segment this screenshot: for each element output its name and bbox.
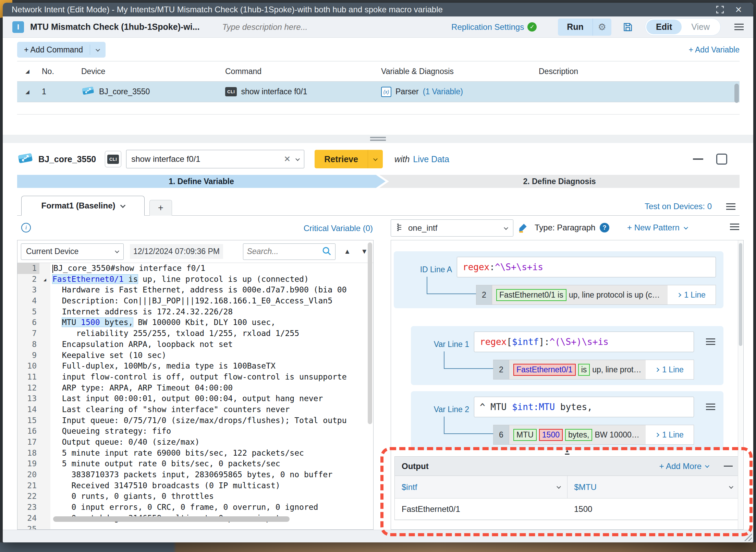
step-define-variable[interactable]: 1. Define Variable: [17, 175, 386, 188]
save-icon[interactable]: [622, 22, 633, 33]
add-variable-link[interactable]: + Add Variable: [688, 45, 740, 55]
match-line-number: 2: [493, 360, 509, 379]
code-line: 1BJ_core_3550#show interface f0/1: [17, 263, 373, 274]
row-expander-icon[interactable]: ◢: [25, 89, 29, 95]
replication-settings-link[interactable]: Replication Settings: [451, 22, 524, 32]
view-tab[interactable]: View: [682, 20, 719, 34]
command-input[interactable]: [131, 154, 284, 164]
tab-format1-baseline[interactable]: Format1 (Baseline): [21, 196, 145, 216]
step-define-diagnosis[interactable]: 2. Define Diagnosis: [379, 175, 740, 188]
live-data-link[interactable]: Live Data: [413, 154, 449, 164]
format-menu-icon[interactable]: [726, 203, 735, 210]
panel-window-controls: [693, 154, 740, 165]
fold-gutter: [39, 524, 50, 530]
var-line-1-match-row: 2 FastEthernet0/1 is up, line protocol i…: [493, 360, 694, 380]
edit-tab[interactable]: Edit: [646, 20, 682, 34]
splitter-handle[interactable]: [3, 135, 753, 143]
code-line: 25: [17, 524, 373, 530]
var-line-1-regex-input[interactable]: regex[$intf]:^(\S+)\s+is: [474, 332, 694, 352]
add-more-link[interactable]: + Add More: [659, 461, 709, 471]
fullscreen-icon[interactable]: [714, 4, 726, 15]
retrieve-button-group: Retrieve: [315, 150, 383, 168]
chevron-right-icon: [677, 293, 681, 297]
collapse-all-icon[interactable]: ◢: [25, 68, 29, 74]
table-row[interactable]: ◢ 1 BJ_core_3550 CLI show interface f0/1…: [17, 82, 740, 102]
output-col-intf[interactable]: $intf: [395, 476, 568, 498]
add-format-tab[interactable]: +: [149, 200, 172, 216]
parser-variable-link[interactable]: (1 Variable): [423, 87, 463, 96]
fold-gutter: [39, 502, 50, 513]
code-vertical-scrollbar[interactable]: [368, 242, 372, 424]
code-horizontal-scrollbar[interactable]: [53, 516, 290, 522]
new-pattern-link[interactable]: + New Pattern: [627, 223, 687, 232]
code-line: 7 reliability 255/255, txload 1/255, rxl…: [17, 328, 373, 339]
match-variable-box: 1500: [539, 429, 563, 441]
id-line-a-label: ID Line A: [400, 265, 452, 274]
fold-gutter: [39, 383, 50, 394]
collapse-pin-icon[interactable]: ▲: [565, 448, 570, 455]
retrieve-button[interactable]: Retrieve: [315, 154, 368, 164]
var-line-1-menu-icon[interactable]: [706, 338, 715, 345]
code-line: 20 3838710373 packets input, 2830695865 …: [17, 469, 373, 480]
output-minimize-icon[interactable]: [724, 466, 733, 467]
line-count-link[interactable]: 1 Line: [646, 425, 694, 444]
command-dropdown-chevron[interactable]: [295, 156, 300, 161]
line-count-link[interactable]: 1 Line: [646, 360, 694, 379]
output-col-mtu[interactable]: $MTU: [568, 476, 740, 498]
code-line: 11 input flow-control is off, output flo…: [17, 372, 373, 383]
check-circle-icon: ✓: [527, 22, 537, 32]
gear-icon[interactable]: ⚙: [593, 22, 611, 33]
test-on-devices-link[interactable]: Test on Devices: 0: [645, 202, 712, 211]
dialog-footer: [3, 530, 753, 542]
search-icon[interactable]: [321, 246, 332, 257]
add-command-button[interactable]: + Add Command: [17, 42, 106, 58]
minimize-icon[interactable]: [693, 158, 703, 160]
line-count-link[interactable]: 1 Line: [668, 285, 716, 304]
pattern-panel-scrollbar[interactable]: [738, 240, 743, 529]
retrieve-dropdown[interactable]: [368, 156, 383, 162]
fold-icon[interactable]: ◢: [39, 274, 50, 285]
var-line-2-menu-icon[interactable]: [706, 404, 715, 410]
description-input[interactable]: [222, 22, 336, 32]
id-line-a-connector: [427, 277, 476, 294]
resize-grip[interactable]: [744, 533, 752, 541]
match-green-box: is: [578, 364, 590, 376]
cli-box: CLI: [105, 151, 121, 167]
close-icon[interactable]: ✕: [733, 4, 744, 15]
edit-pencil-icon[interactable]: [517, 222, 528, 235]
row-command: show interface f0/1: [241, 87, 307, 96]
add-command-chevron[interactable]: [90, 47, 106, 53]
maximize-icon[interactable]: [716, 154, 727, 165]
menu-icon[interactable]: [734, 24, 744, 30]
find-previous-icon[interactable]: ▲: [342, 248, 353, 255]
search-input[interactable]: [247, 247, 321, 256]
pattern-select[interactable]: one_intf: [391, 219, 513, 237]
pattern-panel-scrollbar-thumb[interactable]: [739, 243, 742, 346]
pattern-menu-icon[interactable]: [730, 224, 739, 230]
code-line: 23 0 input errors, 0 CRC, 0 frame, 0 ove…: [17, 502, 373, 513]
header-actions: Replication Settings ✓ Run ⚙ Edit View: [451, 18, 744, 36]
run-button[interactable]: Run: [558, 22, 593, 32]
pattern-name: one_intf: [408, 223, 437, 233]
table-scrollbar-thumb[interactable]: [734, 84, 739, 103]
code-lines[interactable]: 1BJ_core_3550#show interface f0/12◢FastE…: [17, 263, 373, 529]
id-line-a-regex-input[interactable]: regex:^\S+\s+is: [457, 257, 716, 277]
parser-label: Parser: [395, 87, 419, 96]
id-line-a-match-row: 2 FastEthernet0/1 is up, line protocol i…: [476, 285, 716, 305]
desktop-wallpaper-strip: [0, 542, 756, 552]
output-header: Output + Add More: [395, 457, 740, 476]
var-line-2-pattern-input[interactable]: ^ MTU $int:MTU bytes,: [474, 397, 694, 417]
help-question-icon[interactable]: ?: [600, 223, 609, 232]
match-green-box: FastEthernet0/1 is: [496, 289, 566, 301]
clear-icon[interactable]: ✕: [284, 154, 291, 164]
col-command: Command: [221, 67, 377, 76]
add-more-chevron: [705, 464, 709, 468]
critical-variable-link[interactable]: Critical Variable (0): [273, 224, 373, 233]
device-scope-select[interactable]: Current Device: [21, 243, 124, 260]
intent-header: I MTU Mismatch Check (1hub-1Spoke)-wi...…: [3, 16, 753, 38]
pattern-select-chevron: [504, 225, 508, 230]
device-scope-value: Current Device: [26, 247, 78, 256]
info-icon[interactable]: i: [21, 223, 31, 232]
code-line: 19 5 minute output rate 0 bits/sec, 0 pa…: [17, 458, 373, 469]
network-intent-dialog: Network Intent (Edit Mode) - My Intents/…: [3, 3, 753, 542]
